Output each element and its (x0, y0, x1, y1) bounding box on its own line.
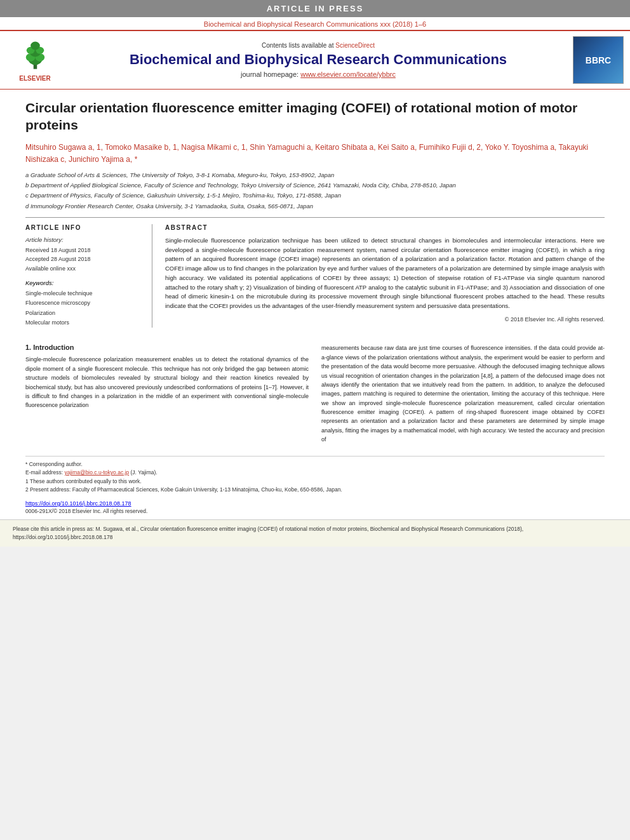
keyword-3: Polarization (25, 309, 142, 318)
accepted-date: Accepted 28 August 2018 (25, 255, 142, 263)
copyright-notice: © 2018 Elsevier Inc. All rights reserved… (165, 316, 605, 323)
affiliation-d: d Immunology Frontier Research Center, O… (25, 202, 605, 211)
article-info-abstract-section: ARTICLE INFO Article history: Received 1… (25, 217, 605, 328)
abstract-text: Single-molecule fluorescence polarizatio… (165, 236, 605, 311)
journal-reference-line: Biochemical and Biophysical Research Com… (0, 17, 630, 30)
abstract-header: ABSTRACT (165, 224, 605, 231)
sciencedirect-link[interactable]: ScienceDirect (335, 42, 375, 49)
body-left-column: 1. Introduction Single-molecule fluoresc… (25, 343, 309, 449)
bbrc-logo: BBRC (573, 36, 624, 84)
doi-link[interactable]: https://doi.org/10.1016/j.bbrc.2018.08.1… (25, 500, 131, 507)
elsevier-logo: ELSEVIER (6, 39, 64, 82)
journal-title-block: Contents lists available at ScienceDirec… (70, 42, 566, 78)
keywords-section: Keywords: Single-molecule technique Fluo… (25, 279, 142, 328)
elsevier-tree-icon (18, 39, 53, 74)
keyword-2: Fluorescence microscopy (25, 298, 142, 308)
footnotes-section: * Corresponding author. E-mail address: … (0, 457, 630, 497)
available-online: Available online xxx (25, 264, 142, 273)
journal-title: Biochemical and Biophysical Research Com… (70, 51, 566, 68)
body-right-column: measurements because raw data are just t… (321, 343, 605, 449)
article-title: Circular orientation fluorescence emitte… (25, 99, 605, 134)
abstract-column: ABSTRACT Single-molecule fluorescence po… (165, 224, 605, 328)
authors-list: Mitsuhiro Sugawa a, 1, Tomoko Masaike b,… (25, 142, 605, 166)
elsevier-wordmark: ELSEVIER (19, 75, 50, 82)
received-date: Received 18 August 2018 (25, 246, 142, 255)
keywords-label: Keywords: (25, 279, 142, 286)
issn-line: 0006-291X/© 2018 Elsevier Inc. All right… (0, 508, 630, 519)
email-link[interactable]: yajima@bio.c.u-tokyo.ac.jp (64, 469, 129, 476)
keyword-4: Molecular motors (25, 318, 142, 328)
article-info-header: ARTICLE INFO (25, 224, 142, 231)
footnote-2: 2 Present address: Faculty of Pharmaceut… (25, 486, 605, 495)
affiliation-b: b Department of Applied Biological Scien… (25, 181, 605, 190)
journal-header: ELSEVIER Contents lists available at Sci… (0, 30, 630, 90)
intro-left-para: Single-molecule fluorescence polarizatio… (25, 355, 309, 410)
keyword-1: Single-molecule technique (25, 289, 142, 298)
affiliation-a: a Graduate School of Arts & Sciences, Th… (25, 171, 605, 180)
article-header-section: Circular orientation fluorescence emitte… (0, 90, 630, 334)
corresponding-author-note: * Corresponding author. (25, 460, 605, 469)
article-history: Article history: Received 18 August 2018… (25, 236, 142, 273)
history-label: Article history: (25, 236, 142, 243)
introduction-heading: 1. Introduction (25, 343, 309, 351)
citation-bar: Please cite this article in press as: M.… (0, 519, 630, 547)
footnote-1: 1 These authors contributed equally to t… (25, 477, 605, 486)
journal-homepage-link[interactable]: www.elsevier.com/locate/ybbrc (300, 70, 396, 78)
body-content: 1. Introduction Single-molecule fluoresc… (0, 334, 630, 455)
sciencedirect-line: Contents lists available at ScienceDirec… (70, 42, 566, 49)
svg-point-7 (30, 41, 40, 50)
intro-right-para: measurements because raw data are just t… (321, 343, 605, 444)
affiliation-c: c Department of Physics, Faculty of Scie… (25, 191, 605, 200)
affiliations: a Graduate School of Arts & Sciences, Th… (25, 171, 605, 211)
article-info-column: ARTICLE INFO Article history: Received 1… (25, 224, 152, 328)
article-in-press-banner: ARTICLE IN PRESS (0, 0, 630, 17)
doi-link-line: https://doi.org/10.1016/j.bbrc.2018.08.1… (0, 497, 630, 508)
journal-homepage: journal homepage: www.elsevier.com/locat… (70, 70, 566, 78)
email-note: E-mail address: yajima@bio.c.u-tokyo.ac.… (25, 469, 605, 477)
